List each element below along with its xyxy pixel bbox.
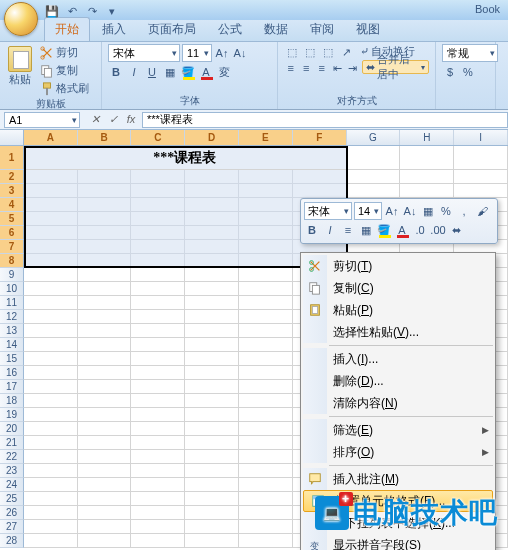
column-header-D[interactable]: D <box>185 130 239 145</box>
mini-fill-color-icon[interactable]: 🪣 <box>376 222 392 238</box>
cell[interactable] <box>131 450 185 464</box>
format-painter-button[interactable]: 格式刷 <box>38 80 91 97</box>
cell[interactable] <box>185 352 239 366</box>
cell[interactable] <box>293 184 347 198</box>
cell[interactable] <box>131 464 185 478</box>
cell[interactable] <box>239 394 293 408</box>
cell[interactable] <box>185 394 239 408</box>
cell[interactable] <box>239 254 293 268</box>
cell[interactable] <box>400 170 454 184</box>
row-header-19[interactable]: 19 <box>0 408 24 422</box>
cell[interactable] <box>78 226 132 240</box>
cell[interactable] <box>24 198 78 212</box>
cancel-icon[interactable]: ✕ <box>88 113 102 126</box>
qat-dropdown-icon[interactable]: ▾ <box>104 3 120 19</box>
cell[interactable] <box>24 492 78 506</box>
cell[interactable] <box>78 352 132 366</box>
row-header-3[interactable]: 3 <box>0 184 24 198</box>
align-middle-icon[interactable]: ⬚ <box>302 44 318 60</box>
cell[interactable] <box>78 240 132 254</box>
cell[interactable] <box>131 240 185 254</box>
cell[interactable] <box>185 338 239 352</box>
cell[interactable] <box>239 184 293 198</box>
cell[interactable] <box>131 170 185 184</box>
column-header-A[interactable]: A <box>24 130 78 145</box>
cell[interactable] <box>24 226 78 240</box>
cell[interactable] <box>24 366 78 380</box>
mini-increase-decimal-icon[interactable]: .00 <box>430 222 446 238</box>
font-name-combo[interactable]: 宋体 <box>108 44 180 62</box>
cell[interactable] <box>131 296 185 310</box>
row-header-20[interactable]: 20 <box>0 422 24 436</box>
select-all-corner[interactable] <box>0 130 24 145</box>
cell[interactable] <box>239 422 293 436</box>
menu-item-删除[interactable]: 删除(D)... <box>301 370 495 392</box>
cell[interactable] <box>24 282 78 296</box>
name-box[interactable]: A1 <box>4 112 80 128</box>
cell[interactable] <box>78 394 132 408</box>
row-header-10[interactable]: 10 <box>0 282 24 296</box>
row-header-12[interactable]: 12 <box>0 310 24 324</box>
mini-font-color-icon[interactable]: A <box>394 222 410 238</box>
row-header-24[interactable]: 24 <box>0 478 24 492</box>
cell[interactable] <box>185 268 239 282</box>
mini-merge-icon[interactable]: ⬌ <box>448 222 464 238</box>
cell[interactable] <box>131 324 185 338</box>
cell[interactable] <box>185 520 239 534</box>
cell[interactable] <box>347 170 401 184</box>
cell[interactable] <box>185 464 239 478</box>
underline-button[interactable]: U <box>144 64 160 80</box>
percent-icon[interactable]: % <box>460 64 476 80</box>
mini-shrink-font-icon[interactable]: A↓ <box>402 203 418 219</box>
cell[interactable] <box>239 240 293 254</box>
cell[interactable] <box>78 492 132 506</box>
row-header-15[interactable]: 15 <box>0 352 24 366</box>
column-header-E[interactable]: E <box>239 130 293 145</box>
currency-icon[interactable]: $ <box>442 64 458 80</box>
cell[interactable] <box>131 394 185 408</box>
font-color-button[interactable]: A <box>198 64 214 80</box>
mini-comma-icon[interactable]: , <box>456 203 472 219</box>
row-header-17[interactable]: 17 <box>0 380 24 394</box>
cell[interactable] <box>185 170 239 184</box>
tab-home[interactable]: 开始 <box>44 17 90 41</box>
menu-item-剪切[interactable]: 剪切(T) <box>301 255 495 277</box>
cell[interactable] <box>185 366 239 380</box>
cell[interactable] <box>347 184 401 198</box>
row-header-28[interactable]: 28 <box>0 534 24 548</box>
cell[interactable] <box>185 450 239 464</box>
mini-format-painter-icon[interactable]: 🖌 <box>474 203 490 219</box>
column-header-F[interactable]: F <box>293 130 347 145</box>
fill-color-button[interactable]: 🪣 <box>180 64 196 80</box>
cell[interactable] <box>78 324 132 338</box>
redo-icon[interactable]: ↷ <box>84 3 100 19</box>
row-header-4[interactable]: 4 <box>0 198 24 212</box>
cell[interactable] <box>24 352 78 366</box>
cell[interactable] <box>239 408 293 422</box>
cell[interactable] <box>185 226 239 240</box>
cell[interactable] <box>239 324 293 338</box>
cut-button[interactable]: 剪切 <box>38 44 91 61</box>
column-header-C[interactable]: C <box>131 130 185 145</box>
office-button[interactable] <box>4 2 38 36</box>
cell[interactable] <box>239 282 293 296</box>
menu-item-从下拉列表中选择[interactable]: 从下拉列表中选择(K)... <box>301 512 495 534</box>
cell[interactable] <box>400 146 454 170</box>
cell[interactable] <box>185 282 239 296</box>
cell[interactable] <box>24 520 78 534</box>
row-header-23[interactable]: 23 <box>0 464 24 478</box>
row-header-8[interactable]: 8 <box>0 254 24 268</box>
mini-percent-icon[interactable]: % <box>438 203 454 219</box>
cell[interactable] <box>239 520 293 534</box>
row-header-14[interactable]: 14 <box>0 338 24 352</box>
cell[interactable] <box>185 422 239 436</box>
cell[interactable] <box>239 436 293 450</box>
cell[interactable] <box>78 296 132 310</box>
row-header-26[interactable]: 26 <box>0 506 24 520</box>
cell[interactable] <box>78 254 132 268</box>
column-header-H[interactable]: H <box>400 130 454 145</box>
cell[interactable] <box>131 338 185 352</box>
copy-button[interactable]: 复制 <box>38 62 91 79</box>
menu-item-选择性粘贴[interactable]: 选择性粘贴(V)... <box>301 321 495 343</box>
tab-page-layout[interactable]: 页面布局 <box>138 18 206 41</box>
